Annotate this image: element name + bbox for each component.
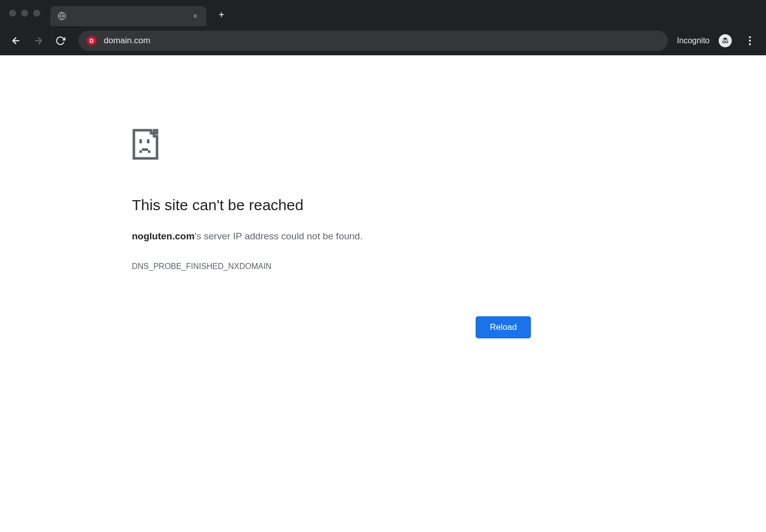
- error-domain: nogluten.com: [132, 231, 195, 241]
- browser-tab[interactable]: [50, 6, 206, 26]
- svg-rect-11: [139, 139, 142, 143]
- reload-nav-button[interactable]: [51, 32, 69, 50]
- sad-page-icon: [132, 128, 634, 162]
- tab-strip: [0, 0, 766, 26]
- reload-row: Reload: [132, 316, 634, 338]
- url-text: domain.com: [104, 36, 150, 46]
- window-maximize-button[interactable]: [33, 10, 40, 17]
- error-page-content: This site can't be reached nogluten.com'…: [0, 55, 766, 338]
- browser-chrome: D domain.com Incognito: [0, 0, 766, 55]
- reload-button[interactable]: Reload: [476, 316, 531, 338]
- new-tab-button[interactable]: [214, 8, 228, 22]
- error-code: DNS_PROBE_FINISHED_NXDOMAIN: [132, 262, 634, 271]
- window-close-button[interactable]: [9, 10, 16, 17]
- svg-point-9: [726, 41, 728, 43]
- svg-point-8: [723, 41, 725, 43]
- back-button[interactable]: [7, 32, 25, 50]
- browser-toolbar: D domain.com Incognito: [0, 26, 766, 55]
- error-message-suffix: 's server IP address could not be found.: [195, 231, 363, 241]
- svg-rect-13: [139, 150, 142, 153]
- error-message: nogluten.com's server IP address could n…: [132, 231, 634, 242]
- svg-rect-15: [148, 150, 150, 153]
- site-favicon-icon: D: [87, 36, 97, 46]
- incognito-label: Incognito: [677, 36, 710, 45]
- svg-rect-14: [142, 148, 148, 151]
- error-title: This site can't be reached: [132, 197, 634, 214]
- forward-button[interactable]: [29, 32, 47, 50]
- incognito-icon: [719, 34, 732, 47]
- window-minimize-button[interactable]: [21, 10, 28, 17]
- browser-menu-button[interactable]: [741, 32, 759, 50]
- window-controls: [5, 10, 40, 17]
- globe-icon: [57, 12, 66, 21]
- svg-rect-12: [147, 139, 149, 143]
- address-bar[interactable]: D domain.com: [79, 31, 668, 51]
- close-tab-button[interactable]: [191, 12, 199, 20]
